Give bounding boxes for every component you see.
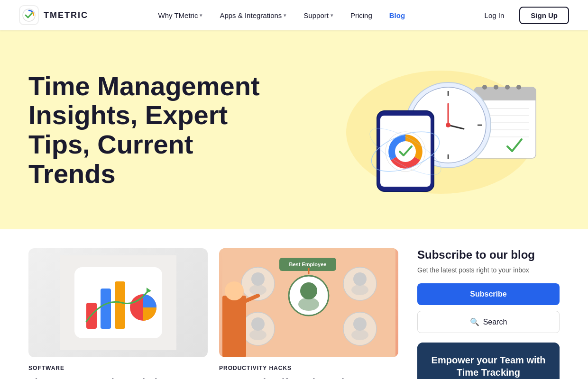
promo-header: Empower your Team with Time Tracking	[417, 343, 560, 379]
hero-illustration	[332, 59, 550, 201]
nav-link-why[interactable]: Why TMetric ▾	[152, 8, 210, 23]
svg-point-42	[298, 298, 319, 311]
svg-rect-56	[222, 296, 246, 357]
svg-point-49	[249, 285, 266, 295]
svg-point-7	[505, 85, 510, 90]
svg-point-22	[446, 123, 450, 127]
svg-point-41	[300, 282, 317, 299]
logo-icon	[19, 5, 39, 25]
login-button[interactable]: Log In	[475, 8, 514, 23]
svg-point-5	[482, 85, 487, 90]
hero-title: Time Management Insights, Expert Tips, C…	[28, 72, 266, 188]
chevron-down-icon: ▾	[331, 12, 333, 18]
svg-rect-34	[115, 281, 125, 329]
sidebar: Subscribe to our blog Get the latest pos…	[417, 248, 560, 379]
svg-point-45	[353, 272, 367, 286]
svg-point-6	[494, 85, 498, 90]
subscribe-subtitle: Get the latest posts right to your inbox	[417, 266, 560, 274]
post-category-productivity: PRODUCTIVITY HACKS	[219, 365, 398, 371]
content-area: SOFTWARE The Best 5 Google Analytics Alt…	[0, 229, 588, 379]
svg-point-48	[251, 272, 265, 286]
nav-link-support[interactable]: Support ▾	[297, 8, 340, 23]
post-card-productivity: Best Employee	[219, 248, 398, 379]
logo-text: TMETRIC	[44, 10, 88, 20]
hero-text: Time Management Insights, Expert Tips, C…	[28, 72, 266, 188]
svg-point-27	[395, 141, 416, 162]
signup-button[interactable]: Sign Up	[519, 7, 569, 24]
posts-grid: SOFTWARE The Best 5 Google Analytics Alt…	[28, 248, 398, 379]
svg-point-52	[351, 330, 368, 340]
hero-image	[322, 59, 560, 201]
nav-links: Why TMetric ▾ Apps & Integrations ▾ Supp…	[152, 8, 412, 23]
svg-point-8	[516, 85, 521, 90]
navbar: TMETRIC Why TMetric ▾ Apps & Integration…	[0, 0, 588, 30]
subscribe-button[interactable]: Subscribe	[417, 283, 560, 305]
chevron-down-icon: ▾	[200, 12, 202, 18]
nav-link-pricing[interactable]: Pricing	[344, 8, 379, 23]
svg-point-54	[251, 317, 265, 331]
sidebar-promo-card[interactable]: Empower your Team with Time Tracking	[417, 343, 560, 379]
post-title-productivity[interactable]: How to Identify and Combat Presenteeism …	[219, 376, 398, 379]
svg-text:Best Employee: Best Employee	[289, 262, 326, 267]
logo-link[interactable]: TMETRIC	[19, 5, 88, 25]
search-icon: 🔍	[470, 317, 479, 326]
nav-actions: Log In Sign Up	[475, 7, 569, 24]
svg-rect-33	[101, 289, 111, 329]
nav-link-blog[interactable]: Blog	[383, 8, 412, 23]
subscribe-title: Subscribe to our blog	[417, 248, 560, 262]
post-category-analytics: SOFTWARE	[28, 365, 208, 371]
svg-point-55	[249, 330, 266, 340]
hero-section: Time Management Insights, Expert Tips, C…	[0, 30, 588, 229]
post-thumbnail-productivity[interactable]: Best Employee	[219, 248, 398, 357]
post-card-analytics: SOFTWARE The Best 5 Google Analytics Alt…	[28, 248, 208, 379]
svg-point-51	[353, 317, 367, 331]
svg-point-57	[225, 281, 244, 300]
chevron-down-icon: ▾	[284, 12, 286, 18]
post-title-analytics[interactable]: The Best 5 Google Analytics Alternatives…	[28, 376, 208, 379]
post-thumbnail-analytics[interactable]	[28, 248, 208, 357]
search-button[interactable]: 🔍 Search	[417, 311, 560, 333]
svg-point-46	[351, 285, 368, 295]
nav-link-apps[interactable]: Apps & Integrations ▾	[213, 8, 293, 23]
svg-rect-4	[474, 93, 536, 100]
